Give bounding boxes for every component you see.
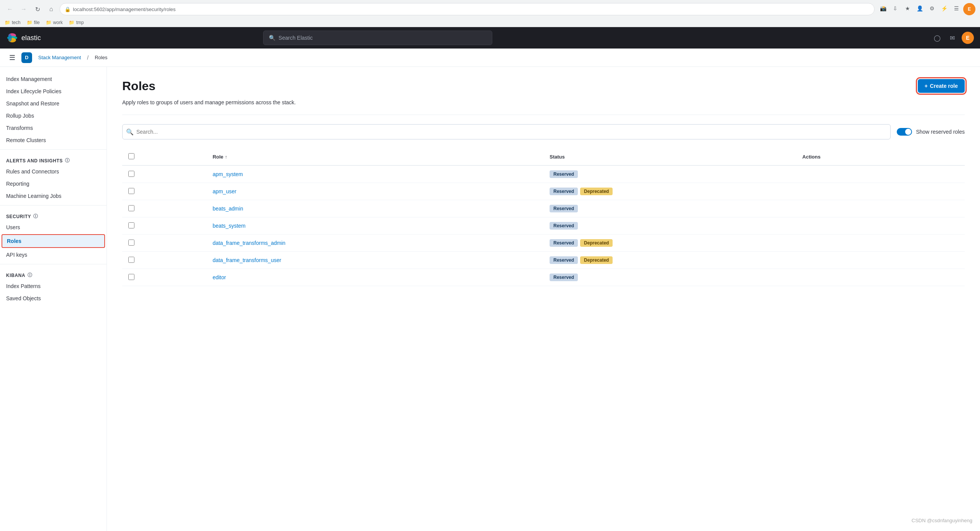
role-link[interactable]: beats_admin bbox=[213, 206, 243, 212]
row-checkbox[interactable] bbox=[128, 274, 134, 280]
folder-icon: 📁 bbox=[46, 20, 52, 25]
sidebar-section-title-alerts: Alerts and Insights ⓘ bbox=[0, 153, 107, 165]
reload-button[interactable]: ↻ bbox=[32, 4, 43, 15]
table-row: apm_userReservedDeprecated bbox=[122, 183, 965, 200]
row-checkbox[interactable] bbox=[128, 205, 134, 211]
col-header-status: Status bbox=[543, 149, 796, 165]
breadcrumb-avatar: D bbox=[21, 52, 32, 63]
bookmark-label: tech bbox=[12, 20, 21, 25]
sidebar-item-rules-connectors[interactable]: Rules and Connectors bbox=[0, 165, 107, 178]
role-link[interactable]: beats_system bbox=[213, 223, 246, 229]
profile-button[interactable]: 👤 bbox=[914, 3, 925, 14]
svg-point-4 bbox=[8, 34, 12, 42]
bookmark-tmp[interactable]: 📁 tmp bbox=[69, 20, 84, 25]
screenshot-button[interactable]: 📸 bbox=[878, 3, 888, 14]
row-checkbox-cell bbox=[122, 235, 207, 252]
sidebar-item-saved-objects[interactable]: Saved Objects bbox=[0, 292, 107, 304]
role-link[interactable]: apm_system bbox=[213, 171, 243, 177]
show-reserved-label: Show reserved roles bbox=[916, 129, 965, 135]
status-cell: ReservedDeprecated bbox=[543, 252, 796, 269]
status-badge-deprecated: Deprecated bbox=[580, 256, 613, 264]
breadcrumb-current: Roles bbox=[92, 53, 110, 62]
url-bar[interactable]: 🔒 localhost:5602/app/management/security… bbox=[60, 3, 875, 15]
role-link[interactable]: data_frame_transforms_admin bbox=[213, 240, 286, 246]
sidebar-section-kibana: Kibana ⓘ Index Patterns Saved Objects bbox=[0, 267, 107, 304]
download-button[interactable]: ⇩ bbox=[890, 3, 901, 14]
sidebar-section-title-security: Security ⓘ bbox=[0, 209, 107, 221]
status-badge-reserved: Reserved bbox=[550, 170, 578, 178]
user-avatar-browser[interactable]: E bbox=[963, 3, 975, 15]
breadcrumb-bar: ☰ D Stack Management / Roles bbox=[0, 49, 980, 67]
actions-cell bbox=[796, 252, 965, 269]
app-logo: elastic bbox=[6, 32, 41, 44]
bookmark-file[interactable]: 📁 file bbox=[27, 20, 40, 25]
menu-toggle-button[interactable]: ☰ bbox=[6, 52, 18, 64]
sidebar-item-reporting[interactable]: Reporting bbox=[0, 178, 107, 190]
status-badge-reserved: Reserved bbox=[550, 239, 578, 247]
sidebar: Index Management Index Lifecycle Policie… bbox=[0, 67, 107, 531]
select-all-checkbox[interactable] bbox=[128, 153, 134, 159]
sidebar-item-roles[interactable]: Roles bbox=[2, 234, 105, 248]
sort-icon[interactable]: ↑ bbox=[225, 154, 227, 160]
toggle-knob bbox=[905, 129, 911, 135]
back-button[interactable]: ← bbox=[5, 4, 15, 15]
create-role-label: Create role bbox=[930, 83, 958, 89]
role-link[interactable]: editor bbox=[213, 274, 226, 280]
search-icon: 🔍 bbox=[269, 35, 275, 41]
row-checkbox[interactable] bbox=[128, 240, 134, 246]
row-checkbox-cell bbox=[122, 217, 207, 235]
help-button[interactable]: ◯ bbox=[931, 32, 943, 44]
sidebar-section-alerts: Alerts and Insights ⓘ Rules and Connecto… bbox=[0, 153, 107, 202]
bookmark-tech[interactable]: 📁 tech bbox=[5, 20, 21, 25]
row-checkbox[interactable] bbox=[128, 171, 134, 177]
sidebar-section-data: Index Management Index Lifecycle Policie… bbox=[0, 73, 107, 146]
sidebar-item-index-patterns[interactable]: Index Patterns bbox=[0, 280, 107, 292]
role-name-cell: editor bbox=[207, 269, 543, 286]
folder-icon: 📁 bbox=[5, 20, 10, 25]
roles-search-input[interactable] bbox=[122, 124, 891, 139]
home-button[interactable]: ⌂ bbox=[46, 4, 57, 15]
row-checkbox[interactable] bbox=[128, 257, 134, 263]
actions-cell bbox=[796, 183, 965, 200]
app-search-input[interactable]: 🔍 Search Elastic bbox=[263, 31, 492, 45]
sidebar-item-rollup-jobs[interactable]: Rollup Jobs bbox=[0, 110, 107, 122]
elastic-logo-svg bbox=[6, 32, 18, 44]
sidebar-toggle-button[interactable]: ☰ bbox=[951, 3, 962, 14]
row-checkbox[interactable] bbox=[128, 222, 134, 228]
table-row: apm_systemReserved bbox=[122, 165, 965, 183]
status-cell: Reserved bbox=[543, 217, 796, 235]
extension-button[interactable]: ⚙ bbox=[927, 3, 937, 14]
role-name-cell: apm_system bbox=[207, 165, 543, 183]
forward-button[interactable]: → bbox=[18, 4, 29, 15]
sidebar-item-index-lifecycle[interactable]: Index Lifecycle Policies bbox=[0, 85, 107, 97]
status-cell: ReservedDeprecated bbox=[543, 183, 796, 200]
sidebar-item-snapshot-restore[interactable]: Snapshot and Restore bbox=[0, 97, 107, 110]
notifications-button[interactable]: ✉ bbox=[946, 32, 959, 44]
row-checkbox[interactable] bbox=[128, 188, 134, 194]
sidebar-item-ml-jobs[interactable]: Machine Learning Jobs bbox=[0, 190, 107, 202]
breadcrumb-separator: / bbox=[87, 55, 89, 61]
user-avatar[interactable]: E bbox=[962, 32, 974, 44]
browser-chrome: ← → ↻ ⌂ 🔒 localhost:5602/app/management/… bbox=[0, 0, 980, 27]
bookmark-button[interactable]: ★ bbox=[902, 3, 913, 14]
role-link[interactable]: data_frame_transforms_user bbox=[213, 257, 281, 263]
row-checkbox-cell bbox=[122, 165, 207, 183]
show-reserved-toggle[interactable] bbox=[897, 128, 912, 136]
extension2-button[interactable]: ⚡ bbox=[939, 3, 949, 14]
sidebar-item-api-keys[interactable]: API keys bbox=[0, 249, 107, 261]
sidebar-divider-3 bbox=[0, 264, 107, 264]
role-link[interactable]: apm_user bbox=[213, 188, 236, 194]
row-checkbox-cell bbox=[122, 200, 207, 217]
bookmark-work[interactable]: 📁 work bbox=[46, 20, 63, 25]
role-name-cell: beats_admin bbox=[207, 200, 543, 217]
sidebar-item-index-management[interactable]: Index Management bbox=[0, 73, 107, 85]
table-row: editorReserved bbox=[122, 269, 965, 286]
breadcrumb-parent-link[interactable]: Stack Management bbox=[35, 53, 84, 62]
bookmark-label: tmp bbox=[76, 20, 84, 25]
table-header: Role ↑ Status Actions bbox=[122, 149, 965, 165]
create-role-button[interactable]: + Create role bbox=[918, 79, 965, 93]
sidebar-item-remote-clusters[interactable]: Remote Clusters bbox=[0, 134, 107, 146]
sidebar-item-transforms[interactable]: Transforms bbox=[0, 122, 107, 134]
page-title: Roles bbox=[122, 79, 155, 93]
sidebar-item-users[interactable]: Users bbox=[0, 221, 107, 233]
